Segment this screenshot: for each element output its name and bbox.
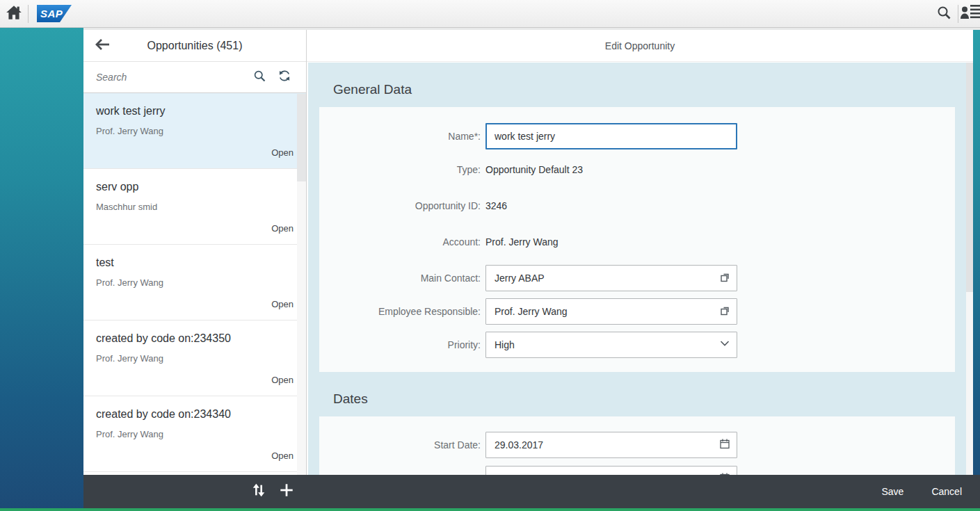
opportunity-list: work test jerry Prof. Jerry Wang Open se… (83, 93, 306, 474)
topbar-separator (28, 5, 29, 23)
start-date-field (485, 432, 737, 458)
master-title: Opportunities (451) (147, 40, 243, 52)
item-title: created by code on:234340 (96, 407, 294, 421)
employee-responsible-input[interactable] (485, 298, 737, 325)
type-value: Opportunity Default 23 (485, 164, 583, 175)
field-label-type: Type: (319, 164, 481, 175)
field-label-opportunity-id: Opportunity ID: (319, 200, 481, 211)
global-search-button[interactable] (930, 0, 958, 28)
list-item[interactable]: created by code on:234340 Prof. Jerry Wa… (83, 396, 306, 472)
master-header: Opportunities (451) (83, 30, 306, 62)
item-title: serv opp (96, 179, 294, 194)
general-data-form: Name*: Type: Opportunity Default 23 Oppo… (319, 107, 955, 372)
master-scrollbar[interactable] (297, 94, 306, 475)
master-search-row (83, 62, 306, 93)
detail-scrollbar-thumb[interactable] (966, 63, 973, 292)
add-button[interactable] (273, 475, 300, 508)
calendar-icon (719, 438, 730, 452)
user-menu-button[interactable] (958, 0, 980, 28)
date-picker-button[interactable] (713, 432, 737, 457)
name-input[interactable] (485, 123, 737, 149)
add-icon (279, 482, 294, 501)
section-title-dates: Dates (333, 391, 368, 407)
sort-button[interactable] (245, 475, 273, 508)
account-value: Prof. Jerry Wang (485, 236, 559, 248)
detail-scrollbar[interactable] (966, 63, 973, 475)
employee-responsible-field (485, 298, 737, 325)
date-picker-button[interactable] (713, 467, 737, 475)
priority-select (485, 332, 737, 358)
footer-toolbar: Save Cancel (83, 475, 980, 508)
search-go-button[interactable] (250, 68, 268, 86)
bottom-accent-strip (0, 508, 980, 511)
chevron-down-icon (719, 338, 730, 352)
start-date-input[interactable] (485, 432, 737, 458)
list-item[interactable]: test Prof. Jerry Wang Open (83, 245, 306, 321)
item-title: work test jerry (96, 104, 294, 118)
save-button[interactable]: Save (881, 486, 903, 497)
home-icon (5, 3, 23, 24)
main-contact-input[interactable] (485, 265, 737, 291)
item-subtitle: Prof. Jerry Wang (96, 353, 294, 364)
user-list-icon (958, 3, 980, 24)
sort-icon (251, 482, 266, 501)
detail-header: Edit Opportunity (307, 30, 973, 62)
list-item[interactable]: created by code on:234350 Prof. Jerry Wa… (83, 321, 306, 396)
search-input[interactable] (96, 72, 243, 83)
closing-date-field (485, 466, 737, 475)
item-status: Open (271, 147, 294, 158)
item-subtitle: Prof. Jerry Wang (96, 277, 294, 288)
item-status: Open (271, 299, 294, 309)
refresh-button[interactable] (275, 68, 294, 86)
opportunity-id-value: 3246 (485, 200, 507, 211)
sap-logo-text: SAP (37, 8, 63, 19)
list-item[interactable]: serv opp Maschhur smid Open (83, 169, 306, 245)
field-label-account: Account: (319, 236, 481, 248)
priority-input[interactable] (485, 332, 737, 358)
field-label-employee-responsible: Employee Responsible: (319, 306, 481, 317)
item-title: created by code on:234350 (96, 331, 294, 346)
value-help-button[interactable] (713, 299, 737, 324)
value-help-icon (720, 305, 730, 318)
list-item[interactable]: work test jerry Prof. Jerry Wang Open (83, 93, 306, 169)
priority-dropdown-button[interactable] (713, 332, 737, 357)
item-title: test (96, 255, 294, 270)
field-label-start-date: Start Date: (319, 439, 481, 451)
search-icon (252, 69, 266, 86)
sap-logo[interactable]: SAP (37, 5, 72, 22)
item-subtitle: Prof. Jerry Wang (96, 126, 294, 136)
field-label-name: Name*: (319, 131, 481, 142)
field-label-main-contact: Main Contact: (319, 273, 481, 284)
dates-form: Start Date: (319, 416, 955, 475)
item-subtitle: Prof. Jerry Wang (96, 429, 294, 439)
opportunities-master-panel: Opportunities (451) (83, 30, 306, 475)
edit-opportunity-panel: Edit Opportunity General Data Name*: Typ… (306, 30, 973, 475)
item-status: Open (271, 451, 294, 461)
cancel-button[interactable]: Cancel (931, 486, 962, 497)
top-shell-bar: SAP (0, 0, 980, 28)
name-field (485, 123, 737, 149)
home-button[interactable] (0, 0, 28, 28)
closing-date-input[interactable] (485, 466, 737, 475)
refresh-icon (278, 69, 291, 86)
value-help-icon (720, 272, 730, 285)
item-status: Open (271, 223, 294, 234)
search-icon (935, 4, 952, 24)
main-contact-field (485, 265, 737, 291)
back-button[interactable] (92, 36, 113, 56)
back-arrow-icon (94, 38, 111, 54)
master-scrollbar-thumb[interactable] (297, 94, 306, 181)
detail-content: General Data Name*: Type: Opportunity De… (308, 63, 966, 475)
item-status: Open (271, 375, 294, 385)
value-help-button[interactable] (713, 266, 737, 291)
field-label-priority: Priority: (319, 339, 481, 350)
section-title-general-data: General Data (333, 82, 412, 97)
item-subtitle: Maschhur smid (96, 202, 294, 212)
detail-title: Edit Opportunity (605, 40, 675, 51)
